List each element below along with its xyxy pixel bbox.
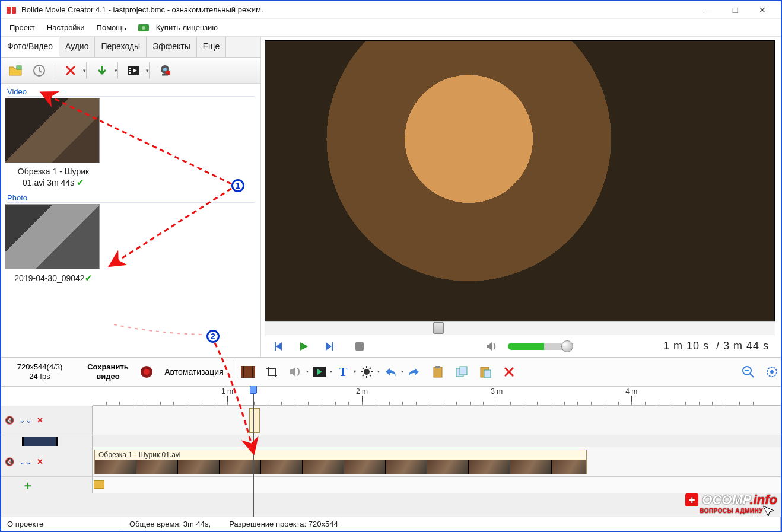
add-track-button[interactable]: ＋: [22, 477, 34, 493]
timeline-tracks: 🔇 ⌄⌄ ✕ 🔇 ⌄⌄ ✕ Обрезка 1 - Шурик 01.avi: [1, 406, 781, 518]
check-icon: ✔: [77, 177, 84, 187]
clip-filmstrip: [95, 460, 586, 474]
delete-track-icon[interactable]: ✕: [37, 416, 43, 425]
svg-rect-1: [12, 7, 16, 14]
svg-rect-23: [434, 367, 442, 377]
record-button[interactable]: [138, 365, 155, 378]
cursor-icon: [762, 505, 780, 517]
volume-icon[interactable]: [483, 338, 500, 355]
svg-rect-8: [129, 70, 131, 71]
open-folder-button[interactable]: [5, 60, 26, 81]
playhead[interactable]: [253, 387, 254, 517]
title-bar: Bolide Movie Creator 4.1 - lastproject.b…: [1, 1, 781, 19]
remove-button[interactable]: [500, 363, 518, 381]
stop-button[interactable]: [351, 338, 368, 355]
brightness-button[interactable]: ▾: [358, 363, 376, 381]
svg-point-31: [770, 370, 774, 374]
svg-rect-7: [129, 68, 131, 69]
window-title: Bolide Movie Creator 4.1 - lastproject.b…: [21, 5, 694, 14]
main-area: Фото/Видео Аудио Переходы Эффекты Еще ▾ …: [1, 37, 781, 357]
svg-point-3: [142, 26, 145, 30]
copy-button[interactable]: [453, 363, 471, 381]
menu-settings[interactable]: Настройки: [42, 21, 90, 34]
svg-rect-32: [22, 437, 58, 446]
video-thumbnail: [5, 98, 100, 163]
next-frame-button[interactable]: [320, 338, 337, 355]
save-video-button[interactable]: Сохранитьвидео: [78, 362, 138, 381]
playback-bar: 1 m 10 s / 3 m 44 s: [265, 335, 775, 357]
svg-rect-24: [435, 366, 440, 368]
tab-audio[interactable]: Аудио: [59, 37, 96, 57]
play-button[interactable]: [295, 338, 312, 355]
mute-icon[interactable]: 🔇: [5, 416, 14, 425]
svg-rect-15: [355, 342, 364, 351]
clip-play-button[interactable]: ▾: [310, 363, 328, 381]
clipboard-button[interactable]: [429, 363, 447, 381]
redo-button[interactable]: [405, 363, 423, 381]
svg-rect-28: [484, 370, 491, 378]
volume-slider[interactable]: [508, 343, 573, 350]
menu-project[interactable]: Проект: [5, 21, 40, 34]
tab-effects[interactable]: Эффекты: [147, 37, 197, 57]
photo-caption: 2019-04-30_09042✔: [5, 271, 102, 288]
tab-transitions[interactable]: Переходы: [95, 37, 147, 57]
status-info: Общее время: 3m 44s, Разрешение проекта:…: [123, 517, 781, 531]
timeline-toolbar: 720x544(4/3)24 fps Сохранитьвидео Автома…: [1, 357, 781, 387]
download-button[interactable]: ▾: [91, 60, 113, 81]
tab-photo-video[interactable]: Фото/Видео: [1, 37, 59, 57]
menu-bar: Проект Настройки Помощь Купить лицензию: [1, 19, 781, 37]
text-button[interactable]: T▾: [334, 363, 352, 381]
audio-button[interactable]: ▾: [287, 363, 304, 381]
menu-buy-license[interactable]: Купить лицензию: [133, 18, 227, 37]
collapse-icon[interactable]: ⌄⌄: [19, 457, 32, 466]
delete-button[interactable]: ▾: [60, 60, 81, 81]
svg-rect-4: [17, 66, 21, 69]
svg-rect-14: [332, 342, 333, 351]
close-button[interactable]: ✕: [749, 1, 776, 19]
svg-rect-33: [22, 437, 24, 446]
tab-more[interactable]: Еще: [197, 37, 227, 57]
scrubber-handle[interactable]: [433, 322, 444, 334]
collapse-icon[interactable]: ⌄⌄: [19, 416, 32, 425]
menu-help[interactable]: Помощь: [92, 21, 131, 34]
film-segment-icon[interactable]: [239, 363, 257, 381]
mute-icon[interactable]: 🔇: [5, 457, 14, 466]
video-preview[interactable]: [265, 40, 775, 321]
delete-track-icon[interactable]: ✕: [37, 457, 43, 466]
preview-scrubber[interactable]: [265, 321, 775, 335]
money-icon: [138, 24, 149, 32]
video-item[interactable]: Обрезка 1 - Шурик 01.avi 3m 44s ✔: [5, 98, 102, 192]
zoom-out-button[interactable]: [739, 363, 757, 381]
prev-frame-button[interactable]: [271, 338, 287, 355]
track-1-header: 🔇 ⌄⌄ ✕: [1, 406, 93, 435]
photo-clip[interactable]: [249, 408, 260, 433]
status-about[interactable]: О проекте: [1, 517, 123, 531]
video-clip[interactable]: Обрезка 1 - Шурик 01.avi: [94, 450, 587, 474]
timeline-ruler[interactable]: 1 m2 m3 m4 m: [93, 387, 781, 406]
track-2-lane[interactable]: Обрезка 1 - Шурик 01.avi: [93, 447, 781, 476]
automation-button[interactable]: Автоматизация: [155, 367, 233, 377]
undo-button[interactable]: ▾: [382, 363, 399, 381]
watermark: + OCOMP.info ВОПРОСЫ АДМИНУ: [685, 492, 777, 514]
paste-button[interactable]: [476, 363, 494, 381]
track-2-header: 🔇 ⌄⌄ ✕: [1, 447, 93, 476]
svg-point-11: [163, 68, 167, 71]
svg-rect-20: [252, 366, 253, 378]
section-photo-label: Photo: [7, 193, 255, 203]
history-button[interactable]: [28, 60, 50, 81]
clip-label: Обрезка 1 - Шурик 01.avi: [95, 450, 586, 460]
film-button[interactable]: ▾: [123, 60, 144, 81]
track-1-lane[interactable]: [93, 406, 781, 435]
library-panel: Фото/Видео Аудио Переходы Эффекты Еще ▾ …: [1, 37, 261, 357]
svg-rect-19: [243, 366, 244, 378]
maximize-button[interactable]: □: [721, 1, 749, 19]
volume-knob[interactable]: [561, 340, 573, 352]
zoom-fit-button[interactable]: [763, 363, 781, 381]
minimize-button[interactable]: —: [694, 1, 721, 19]
photo-item[interactable]: 2019-04-30_09042✔: [5, 204, 102, 288]
crop-button[interactable]: [263, 363, 281, 381]
webcam-button[interactable]: [154, 60, 176, 81]
scroll-marker[interactable]: [94, 480, 104, 489]
svg-rect-26: [460, 367, 467, 375]
photo-thumbnail: [5, 204, 100, 269]
